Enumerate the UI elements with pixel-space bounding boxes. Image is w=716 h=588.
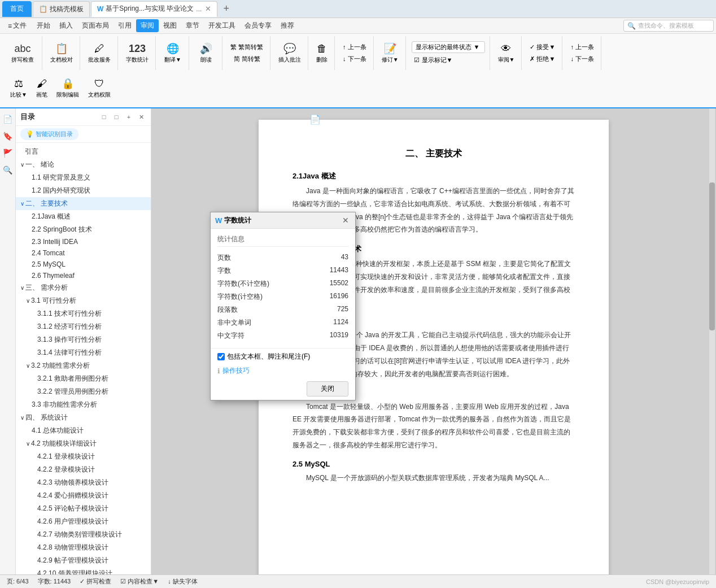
toc-btn4[interactable]: ✕ xyxy=(136,112,146,122)
scroll-thumb[interactable] xyxy=(709,182,715,330)
permissions-icon: 🛡 xyxy=(94,78,104,90)
accept-btn[interactable]: ✓ 接受▼ xyxy=(526,42,558,53)
toc-item-3-2-1[interactable]: 3.2.1 救助者用例图分析 xyxy=(16,372,151,385)
revision-btn[interactable]: 📝 修订▼ xyxy=(378,40,402,66)
sidebar-icon-doc[interactable]: 📄 xyxy=(2,113,14,125)
delete-btn[interactable]: 🗑 删除 xyxy=(313,41,331,66)
spell-check-status[interactable]: ✓ 拼写检查 xyxy=(80,577,111,586)
toc-btn3[interactable]: + xyxy=(124,112,134,122)
menu-search[interactable]: 🔍 查找命令、搜索模板 xyxy=(623,20,714,32)
toc-item-ch4[interactable]: ∨ 四、 系统设计 xyxy=(16,411,151,424)
menu-insert[interactable]: 插入 xyxy=(55,19,77,32)
insert-comment-btn[interactable]: 💬 插入批注 xyxy=(275,40,304,66)
tab-add-button[interactable]: + xyxy=(219,3,234,15)
restrict-icon: 🔒 xyxy=(62,77,74,90)
dialog-wps-icon: W xyxy=(215,216,222,225)
content-check-status[interactable]: ☑ 内容检查▼ xyxy=(120,577,159,586)
doc-scrollbar[interactable] xyxy=(709,108,715,588)
toc-item-ch2[interactable]: ∨ 二、 主要技术 xyxy=(16,197,151,210)
toc-item-2-6[interactable]: 2.6 Thymeleaf xyxy=(16,270,151,281)
chevron-down-icon: ▼ xyxy=(474,43,480,50)
toc-item-3-1[interactable]: ∨ 3.1 可行性分析 xyxy=(16,294,151,307)
toc-item-4-2[interactable]: ∨ 4.2 功能模块详细设计 xyxy=(16,437,151,450)
tab-templates[interactable]: 📋 找稿壳模板 xyxy=(33,1,90,17)
toc-item-3-1-1[interactable]: 3.1.1 技术可行性分析 xyxy=(16,307,151,320)
toc-item-1-2[interactable]: 1.2 国内外研究现状 xyxy=(16,184,151,197)
toc-item-ch3[interactable]: ∨ 三、 需求分析 xyxy=(16,281,151,294)
toc-item-4-2-6[interactable]: 4.2.6 用户管理模块设计 xyxy=(16,515,151,528)
review-btn[interactable]: 👁 审阅▼ xyxy=(495,41,518,66)
toc-item-3-1-2[interactable]: 3.1.2 经济可行性分析 xyxy=(16,320,151,333)
include-textbox-checkbox[interactable] xyxy=(217,353,225,360)
doccheck-btn[interactable]: 📋 文档校对 xyxy=(47,40,76,66)
menu-dev[interactable]: 开发工具 xyxy=(204,19,240,32)
toc-item-1-1[interactable]: 1.1 研究背景及意义 xyxy=(16,171,151,184)
tab-close-icon[interactable]: ✕ xyxy=(205,5,211,13)
prev-comment-btn[interactable]: ↑ 上一条 xyxy=(339,42,370,53)
toc-item-2-1[interactable]: 2.1Java 概述 xyxy=(16,210,151,223)
toc-item-4-2-3[interactable]: 4.2.3 动物领养模块设计 xyxy=(16,476,151,489)
translate-btn[interactable]: 🌐 翻译▼ xyxy=(160,40,185,66)
wordcount-btn[interactable]: 123 字数统计 xyxy=(123,41,152,66)
menu-file[interactable]: ≡ 文件 xyxy=(2,19,32,32)
tab-home[interactable]: 首页 xyxy=(2,1,32,17)
toc-btn1[interactable]: □ xyxy=(99,112,109,122)
correct-btn[interactable]: 🖊 批改服务 xyxy=(85,41,114,66)
ribbon-other-group: ⚖ 比较▼ 🖌 画笔 🔒 限制编辑 🛡 文档权限 xyxy=(3,71,117,105)
sidebar-icon-search[interactable]: 🔍 xyxy=(2,164,14,176)
sidebar-icon-bookmark[interactable]: 🔖 xyxy=(2,130,14,142)
toc-item-4-2-8[interactable]: 4.2.8 动物管理模块设计 xyxy=(16,541,151,554)
menu-vip[interactable]: 会员专享 xyxy=(240,19,276,32)
ribbon-comment-group: 💬 插入批注 xyxy=(272,36,308,70)
toc-item-2-2[interactable]: 2.2 SpringBoot 技术 xyxy=(16,223,151,236)
read-btn[interactable]: 🔊 朗读 xyxy=(194,40,219,66)
tab-document[interactable]: W 基于Spring...与实现 毕业论文 ... ✕ xyxy=(91,1,217,17)
menu-reference[interactable]: 引用 xyxy=(113,19,136,32)
word-status[interactable]: 字数: 11443 xyxy=(38,577,71,586)
toc-item-intro[interactable]: 引言 xyxy=(16,145,151,158)
menu-recommend[interactable]: 推荐 xyxy=(276,19,299,32)
permissions-btn[interactable]: 🛡 文档权限 xyxy=(85,76,114,101)
toc-item-4-2-7[interactable]: 4.2.7 动物类别管理模块设计 xyxy=(16,528,151,541)
toc-item-2-5[interactable]: 2.5 MySQL xyxy=(16,259,151,270)
dialog-close-btn[interactable]: ✕ xyxy=(340,215,351,225)
toc-item-4-2-9[interactable]: 4.2.9 帖子管理模块设计 xyxy=(16,554,151,567)
sidebar-icon-flag[interactable]: 🚩 xyxy=(2,147,14,159)
toc-item-3-2-2[interactable]: 3.2.2 管理员用例图分析 xyxy=(16,385,151,398)
prev-btn2[interactable]: ↑ 上一条 xyxy=(567,42,597,53)
toc-btn2[interactable]: □ xyxy=(111,112,121,122)
toc-item-4-2-1[interactable]: 4.2.1 登录模块设计 xyxy=(16,450,151,463)
menu-start[interactable]: 开始 xyxy=(32,19,55,32)
toc-item-4-1[interactable]: 4.1 总体功能设计 xyxy=(16,424,151,437)
menu-review[interactable]: 审阅 xyxy=(136,19,159,32)
toc-item-3-1-4[interactable]: 3.1.4 法律可行性分析 xyxy=(16,346,151,359)
toc-item-4-2-4[interactable]: 4.2.4 爱心捐赠模块设计 xyxy=(16,489,151,502)
spell-check-btn[interactable]: abc 拼写检查 xyxy=(8,41,37,66)
toc-item-3-1-3[interactable]: 3.1.3 操作可行性分析 xyxy=(16,333,151,346)
close-dialog-button[interactable]: 关闭 xyxy=(307,381,348,397)
next-comment-btn[interactable]: ↓ 下一条 xyxy=(339,54,370,64)
toc-item-4-2-5[interactable]: 4.2.5 评论帖子模块设计 xyxy=(16,502,151,515)
restrict-btn[interactable]: 🔒 限制编辑 xyxy=(53,75,82,101)
compare-btn[interactable]: ⚖ 比较▼ xyxy=(7,75,30,101)
next-btn2[interactable]: ↓ 下一条 xyxy=(567,54,597,64)
smart-badge[interactable]: 💡 智能识别目录 xyxy=(20,128,78,140)
tips-link[interactable]: 操作技巧 xyxy=(222,366,250,376)
trad-btn[interactable]: 繁 繁简转繁 xyxy=(228,42,265,53)
toc-item-2-4[interactable]: 2.4 Tomcat xyxy=(16,247,151,259)
brush-btn[interactable]: 🖌 画笔 xyxy=(33,76,51,101)
font-missing-status[interactable]: ↓ 缺失字体 xyxy=(168,577,198,586)
toc-item-3-3[interactable]: 3.3 非功能性需求分析 xyxy=(16,398,151,411)
toc-item-2-3[interactable]: 2.3 Intellij IDEA xyxy=(16,236,151,247)
display-select[interactable]: 显示标记的最终状态 ▼ xyxy=(412,41,485,53)
marks-label: 显示标记▼ xyxy=(422,56,453,64)
simp-btn[interactable]: 简 简转繁 xyxy=(232,54,263,64)
menu-layout[interactable]: 页面布局 xyxy=(77,19,113,32)
menu-chapter[interactable]: 章节 xyxy=(181,19,204,32)
reject-btn[interactable]: ✗ 拒绝▼ xyxy=(526,54,558,64)
toc-item-3-2[interactable]: ∨ 3.2 功能性需求分析 xyxy=(16,359,151,372)
toc-item-ch1[interactable]: ∨ 一、 绪论 xyxy=(16,158,151,171)
menu-view[interactable]: 视图 xyxy=(159,19,181,32)
show-marks-btn[interactable]: ☑ 显示标记▼ xyxy=(412,55,455,66)
toc-item-4-2-2[interactable]: 4.2.2 登录模块设计 xyxy=(16,463,151,476)
